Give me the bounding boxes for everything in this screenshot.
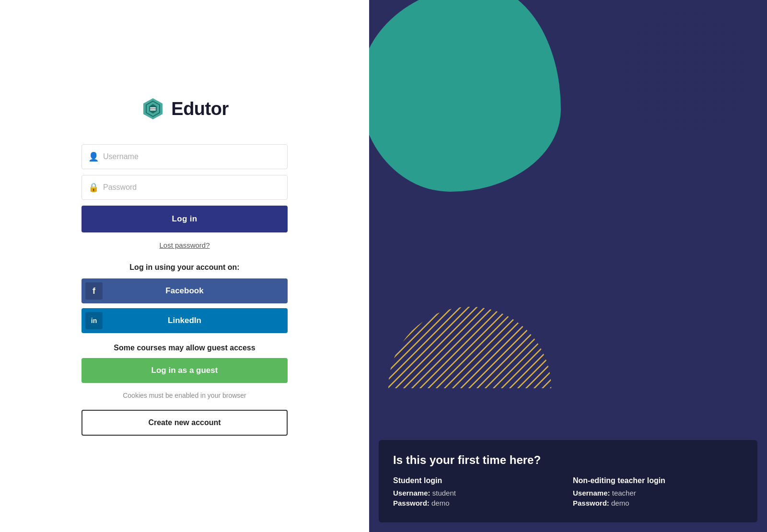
svg-point-44 [646, 51, 649, 54]
svg-point-11 [646, 23, 649, 25]
svg-point-131 [665, 118, 668, 121]
svg-point-114 [703, 99, 706, 102]
svg-point-104 [722, 90, 725, 93]
svg-point-21 [646, 32, 649, 35]
svg-point-110 [665, 99, 668, 102]
student-login-heading: Student login [393, 476, 563, 485]
svg-point-74 [684, 70, 687, 73]
svg-point-127 [722, 109, 725, 112]
svg-rect-3 [150, 107, 156, 109]
username-input[interactable] [81, 144, 288, 169]
svg-point-115 [713, 99, 716, 102]
svg-point-68 [627, 70, 629, 73]
svg-point-97 [655, 90, 658, 93]
svg-point-73 [674, 70, 677, 73]
svg-point-123 [684, 109, 687, 112]
svg-point-92 [732, 80, 735, 83]
svg-point-69 [636, 70, 639, 73]
svg-point-113 [694, 99, 697, 102]
svg-point-53 [732, 51, 735, 54]
lost-password-link[interactable]: Lost password? [159, 241, 209, 249]
svg-point-90 [713, 80, 716, 83]
svg-point-54 [742, 51, 744, 54]
svg-point-57 [646, 61, 649, 64]
svg-point-31 [636, 42, 639, 45]
svg-point-28 [713, 32, 716, 35]
svg-point-108 [646, 99, 649, 102]
login-button[interactable]: Log in [81, 206, 288, 232]
svg-point-100 [684, 90, 687, 93]
svg-point-120 [655, 109, 658, 112]
svg-point-56 [636, 61, 639, 64]
card-title: Is this your first time here? [393, 453, 743, 467]
student-login-group: Student login Username: student Password… [393, 476, 563, 509]
svg-point-23 [665, 32, 668, 35]
svg-point-61 [684, 61, 687, 64]
svg-point-141 [694, 128, 697, 131]
svg-point-82 [636, 80, 639, 83]
right-panel: Is this your first time here? Student lo… [369, 0, 767, 532]
svg-point-15 [684, 23, 687, 25]
svg-point-133 [684, 118, 687, 121]
svg-point-105 [732, 90, 735, 93]
svg-point-38 [703, 42, 706, 45]
svg-point-30 [732, 32, 735, 35]
svg-point-119 [646, 109, 649, 112]
svg-point-48 [684, 51, 687, 54]
svg-point-17 [703, 23, 706, 25]
lock-icon: 🔒 [88, 182, 99, 193]
guest-login-button[interactable]: Log in as a guest [81, 358, 288, 383]
svg-point-95 [636, 90, 639, 93]
svg-point-87 [684, 80, 687, 83]
linkedin-button[interactable]: in LinkedIn [81, 308, 288, 333]
svg-point-126 [713, 109, 716, 112]
svg-point-106 [742, 90, 744, 93]
svg-point-6 [665, 13, 668, 16]
svg-point-135 [703, 118, 706, 121]
teacher-login-group: Non-editing teacher login Username: teac… [573, 476, 743, 509]
svg-point-59 [665, 61, 668, 64]
lost-password-area: Lost password? [81, 241, 288, 250]
user-icon: 👤 [88, 151, 99, 162]
password-input[interactable] [81, 175, 288, 200]
svg-point-10 [703, 13, 706, 16]
teacher-login-heading: Non-editing teacher login [573, 476, 743, 485]
svg-point-50 [703, 51, 706, 54]
svg-point-96 [646, 90, 649, 93]
svg-point-129 [646, 118, 649, 121]
svg-point-18 [713, 23, 716, 25]
svg-point-71 [655, 70, 658, 73]
svg-point-75 [694, 70, 697, 73]
svg-point-89 [703, 80, 706, 83]
dot-pattern [623, 10, 757, 144]
svg-point-79 [732, 70, 735, 73]
svg-point-60 [674, 61, 677, 64]
svg-point-29 [722, 32, 725, 35]
create-account-button[interactable]: Create new account [81, 410, 288, 436]
student-password: Password: demo [393, 499, 563, 507]
svg-point-140 [684, 128, 687, 131]
svg-point-37 [694, 42, 697, 45]
svg-point-81 [627, 80, 629, 83]
svg-point-76 [703, 70, 706, 73]
svg-point-139 [674, 128, 677, 131]
svg-point-22 [655, 32, 658, 35]
svg-point-121 [665, 109, 668, 112]
social-login-label: Log in using your account on: [81, 263, 288, 272]
linkedin-label: LinkedIn [89, 316, 280, 325]
svg-point-107 [636, 99, 639, 102]
svg-point-86 [674, 80, 677, 83]
facebook-button[interactable]: f Facebook [81, 278, 288, 303]
svg-point-134 [694, 118, 697, 121]
svg-point-67 [742, 61, 744, 64]
decorative-area [369, 0, 767, 398]
svg-point-91 [722, 80, 725, 83]
svg-point-118 [636, 109, 639, 112]
linkedin-icon: in [85, 312, 103, 329]
svg-point-39 [713, 42, 716, 45]
svg-point-34 [665, 42, 668, 45]
svg-point-94 [627, 90, 629, 93]
svg-point-136 [713, 118, 716, 121]
svg-point-16 [694, 23, 697, 25]
svg-point-132 [674, 118, 677, 121]
